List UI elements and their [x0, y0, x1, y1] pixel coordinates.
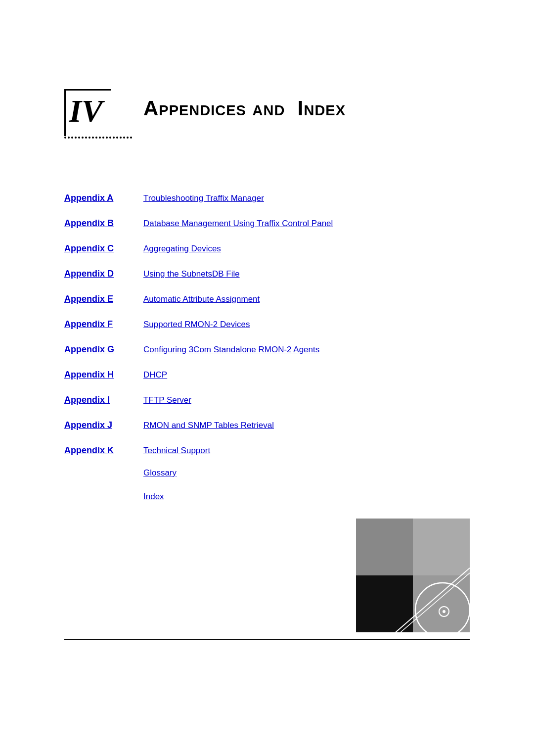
- part-badge-inner: IV: [64, 89, 124, 143]
- toc-item-a: Appendix A Troubleshooting Traffix Manag…: [64, 193, 470, 203]
- toc-link-b[interactable]: Database Management Using Traffix Contro…: [143, 219, 333, 229]
- toc-link-k[interactable]: Technical Support: [143, 446, 210, 456]
- dot: [92, 137, 94, 139]
- svg-rect-0: [356, 519, 413, 575]
- dot: [78, 137, 80, 139]
- toc-item-e: Appendix E Automatic Attribute Assignmen…: [64, 294, 470, 304]
- toc-item-b: Appendix B Database Management Using Tra…: [64, 218, 470, 229]
- toc-link-j[interactable]: RMON and SNMP Tables Retrieval: [143, 421, 274, 430]
- dot: [71, 137, 73, 139]
- toc-label-a[interactable]: Appendix A: [64, 193, 143, 203]
- page-title: Appendices and Index: [143, 89, 346, 120]
- svg-point-8: [443, 610, 445, 613]
- toc-link-d[interactable]: Using the SubnetsDB File: [143, 269, 240, 279]
- dot: [82, 137, 84, 139]
- part-badge: IV: [64, 89, 124, 143]
- page-heading: Appendices and Index: [143, 96, 346, 120]
- dot: [127, 137, 129, 139]
- dot: [85, 137, 87, 139]
- toc-item-c: Appendix C Aggregating Devices: [64, 243, 470, 254]
- toc-label-c[interactable]: Appendix C: [64, 243, 143, 254]
- dot: [64, 137, 66, 139]
- toc-link-g[interactable]: Configuring 3Com Standalone RMON-2 Agent…: [143, 345, 319, 355]
- toc-extra-items: Glossary Index: [143, 468, 470, 516]
- toc-link-glossary[interactable]: Glossary: [143, 468, 470, 478]
- toc-label-i[interactable]: Appendix I: [64, 395, 143, 405]
- dot: [75, 137, 77, 139]
- dot: [116, 137, 118, 139]
- page-heading-text: Appendices and Index: [143, 96, 346, 120]
- svg-rect-1: [413, 519, 470, 575]
- dot: [99, 137, 101, 139]
- part-number: IV: [69, 93, 103, 130]
- toc-label-e[interactable]: Appendix E: [64, 294, 143, 304]
- dot: [106, 137, 108, 139]
- toc-link-index[interactable]: Index: [143, 492, 470, 502]
- toc-link-a[interactable]: Troubleshooting Traffix Manager: [143, 193, 264, 203]
- toc-link-h[interactable]: DHCP: [143, 370, 167, 380]
- toc-item-j: Appendix J RMON and SNMP Tables Retrieva…: [64, 420, 470, 430]
- toc-item-g: Appendix G Configuring 3Com Standalone R…: [64, 344, 470, 355]
- toc-link-f[interactable]: Supported RMON-2 Devices: [143, 320, 250, 330]
- part-dots: [64, 137, 119, 139]
- dot: [123, 137, 125, 139]
- toc-label-g[interactable]: Appendix G: [64, 344, 143, 355]
- toc-label-h[interactable]: Appendix H: [64, 370, 143, 380]
- dot: [102, 137, 104, 139]
- toc-item-f: Appendix F Supported RMON-2 Devices: [64, 319, 470, 330]
- toc-link-e[interactable]: Automatic Attribute Assignment: [143, 294, 260, 304]
- svg-rect-3: [413, 575, 470, 632]
- dot: [68, 137, 70, 139]
- toc-label-d[interactable]: Appendix D: [64, 269, 143, 279]
- dot: [89, 137, 90, 139]
- svg-rect-2: [356, 575, 413, 632]
- toc-link-i[interactable]: TFTP Server: [143, 395, 191, 405]
- dot: [95, 137, 97, 139]
- dot: [109, 137, 111, 139]
- bottom-line: [64, 639, 470, 640]
- toc-item-d: Appendix D Using the SubnetsDB File: [64, 269, 470, 279]
- decorative-image: [356, 519, 470, 632]
- header-section: IV: [0, 0, 534, 173]
- toc-label-j[interactable]: Appendix J: [64, 420, 143, 430]
- toc-label-b[interactable]: Appendix B: [64, 218, 143, 229]
- toc-section: Appendix A Troubleshooting Traffix Manag…: [0, 173, 534, 516]
- dot: [130, 137, 132, 139]
- dot: [113, 137, 115, 139]
- toc-item-h: Appendix H DHCP: [64, 370, 470, 380]
- page-container: IV: [0, 0, 534, 756]
- toc-item-i: Appendix I TFTP Server: [64, 395, 470, 405]
- toc-link-c[interactable]: Aggregating Devices: [143, 244, 221, 254]
- toc-label-f[interactable]: Appendix F: [64, 319, 143, 330]
- dot: [120, 137, 122, 139]
- toc-item-k: Appendix K Technical Support: [64, 445, 470, 456]
- toc-label-k[interactable]: Appendix K: [64, 445, 143, 456]
